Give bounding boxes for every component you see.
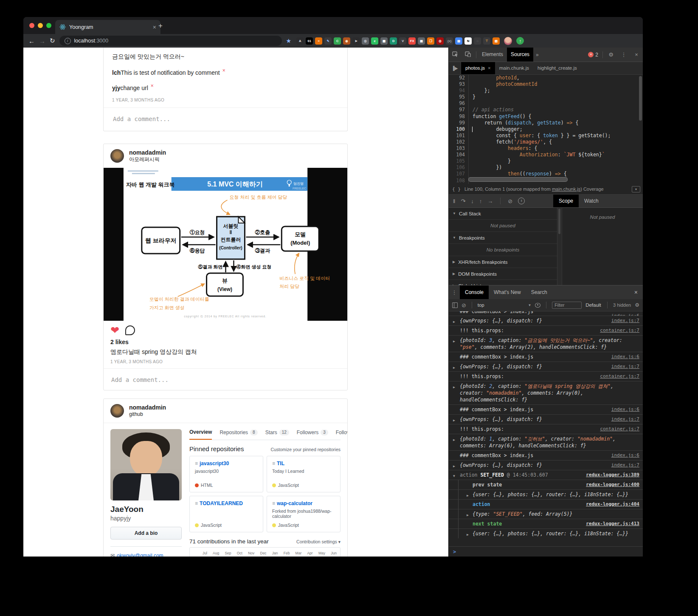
extension-icon[interactable]: ≡ xyxy=(315,37,322,45)
source-link[interactable]: container.js:7 xyxy=(600,327,639,334)
tab-close-icon[interactable]: × xyxy=(153,24,156,31)
line-number[interactable]: 101 xyxy=(449,133,469,139)
console-row[interactable]: !!! this.props:container.js:7 xyxy=(449,424,643,434)
new-tab-button[interactable]: + xyxy=(158,22,163,29)
add-comment-input[interactable] xyxy=(110,372,342,387)
extension-icon[interactable]: (x) xyxy=(446,37,453,45)
expand-arrow-icon[interactable]: ▶ xyxy=(453,384,455,391)
add-comment-input[interactable] xyxy=(112,111,341,127)
extension-icon[interactable]: D xyxy=(390,37,397,45)
console-row[interactable]: prev stateredux-logger.js:400 xyxy=(449,480,643,489)
line-number[interactable]: 106 xyxy=(449,164,469,171)
editor-vertical-scrollbar[interactable] xyxy=(639,76,642,121)
expand-arrow-icon[interactable]: ▶ xyxy=(453,417,455,424)
expand-arrow-icon[interactable]: ▶ xyxy=(453,437,455,444)
extension-icon[interactable]: ◎ xyxy=(436,37,444,45)
source-link[interactable]: index.js:6 xyxy=(611,452,639,459)
line-number[interactable]: 102 xyxy=(449,139,469,145)
delete-comment-icon[interactable]: × xyxy=(222,68,225,73)
extension-icon[interactable]: N xyxy=(464,37,472,45)
extension-icon[interactable]: ❐ xyxy=(427,37,434,45)
like-count[interactable]: 2 likes xyxy=(104,336,347,345)
source-link[interactable]: index.js:7 xyxy=(611,363,639,370)
source-link[interactable]: index.js:6 xyxy=(611,406,639,413)
device-toolbar-icon[interactable] xyxy=(462,51,474,58)
line-number[interactable]: 99 xyxy=(449,120,469,126)
extension-icon[interactable]: ✎ xyxy=(324,37,332,45)
code-editor[interactable]: 92 photoId,93 photoCommentId94 };95}9697… xyxy=(449,75,643,184)
devtools-menu-icon[interactable]: ⋮ xyxy=(617,51,630,58)
pause-on-exceptions-icon[interactable]: ‖ xyxy=(518,198,525,204)
extension-icon[interactable]: ➤ xyxy=(352,37,360,45)
line-number[interactable]: 95 xyxy=(449,94,469,100)
post-image-mvc-slide[interactable]: 자바 웹 개발 워크북 5.1 MVC 이해하기 엄진영 FREELEC 웹 브… xyxy=(104,168,347,321)
search-tab[interactable]: Search xyxy=(526,285,552,299)
line-number[interactable]: 100 xyxy=(449,126,469,133)
back-button[interactable]: ← xyxy=(28,37,35,45)
extension-icon[interactable]: ▨ xyxy=(493,37,500,45)
console-row[interactable]: ▶{type: "SET_FEED", feed: Array(5)} xyxy=(449,509,643,519)
console-row[interactable]: ▶{photoId: 2, caption: "엠로다닐때 spring 영상강… xyxy=(449,381,643,404)
line-number[interactable]: 108 xyxy=(449,178,469,184)
profile-avatar[interactable] xyxy=(504,37,512,45)
console-row[interactable]: ▼action SET_FEED @ 14:45:03.607redux-log… xyxy=(449,470,643,480)
line-number[interactable]: 107 xyxy=(449,171,469,177)
console-row[interactable]: ### commentBox > index.jsindex.js:6 xyxy=(449,404,643,414)
console-row[interactable]: ### commentBox > index.jsindex.js:6 xyxy=(449,311,643,316)
console-row[interactable]: ▶{ownProps: {…}, dispatch: f}index.js:7 xyxy=(449,316,643,325)
source-link[interactable]: index.js:7 xyxy=(611,317,639,324)
console-row[interactable]: ▶{ownProps: {…}, dispatch: f}index.js:7 xyxy=(449,362,643,371)
pause-script-icon[interactable]: ‖ xyxy=(453,198,455,204)
file-tab-highlight-create[interactable]: highlight_create.js xyxy=(533,62,581,74)
extension-icon[interactable]: e xyxy=(371,37,378,45)
address-bar[interactable]: i localhost:3000 xyxy=(59,36,282,46)
step-icon[interactable]: → xyxy=(487,198,493,204)
expand-arrow-icon[interactable]: ▶ xyxy=(467,512,469,519)
source-link[interactable]: container.js:7 xyxy=(600,426,639,432)
extension-icon[interactable]: V xyxy=(399,37,406,45)
devtools-close-icon[interactable]: × xyxy=(630,51,643,58)
site-info-icon[interactable]: i xyxy=(65,38,71,44)
post-avatar[interactable] xyxy=(110,404,124,418)
step-out-icon[interactable]: ↑ xyxy=(479,198,482,204)
console-row[interactable]: !!! this.props:container.js:7 xyxy=(449,371,643,381)
post-avatar[interactable] xyxy=(110,149,124,163)
line-number[interactable]: 94 xyxy=(449,88,469,94)
comment-author[interactable]: lch xyxy=(112,69,121,76)
expand-arrow-icon[interactable]: ▶ xyxy=(453,319,455,325)
extension-icon[interactable]: ◌ xyxy=(474,37,481,45)
line-number[interactable]: 92 xyxy=(449,75,469,81)
clear-console-icon[interactable]: ⊘ xyxy=(462,302,466,308)
expand-arrow-icon[interactable]: ▶ xyxy=(453,338,455,345)
execution-context-selector[interactable]: top▼ xyxy=(478,302,532,308)
forward-button[interactable]: → xyxy=(39,37,45,45)
extension-icon[interactable]: 01 xyxy=(306,37,313,45)
expand-arrow-icon[interactable]: ▶ xyxy=(453,463,455,470)
expand-arrow-icon[interactable]: ▶ xyxy=(453,365,455,371)
deactivate-breakpoints-icon[interactable]: ⊘ xyxy=(508,198,512,204)
like-heart-icon[interactable]: ❤ xyxy=(110,325,119,335)
extension-icon[interactable]: C xyxy=(334,37,341,45)
extension-icon[interactable]: ▤ xyxy=(455,37,462,45)
post-username[interactable]: nomadadmin xyxy=(129,149,166,156)
step-over-icon[interactable]: ↷ xyxy=(461,198,465,204)
source-link[interactable]: index.js:7 xyxy=(611,462,639,469)
drawer-menu-icon[interactable]: ⋮ xyxy=(449,289,460,296)
update-chrome-icon[interactable]: ↑ xyxy=(516,37,524,45)
scope-tab[interactable]: Scope xyxy=(553,195,579,207)
console-row[interactable]: ▶{ownProps: {…}, dispatch: f}index.js:7 xyxy=(449,460,643,470)
line-number[interactable]: 93 xyxy=(449,81,469,88)
drawer-close-icon[interactable]: × xyxy=(629,289,643,296)
expand-arrow-icon[interactable]: ▶ xyxy=(467,531,469,538)
close-file-icon[interactable]: × xyxy=(488,65,491,71)
source-link[interactable]: index.js:6 xyxy=(611,353,639,360)
console-row[interactable]: ▶{user: {…}, photos: {…}, router: {…}, i… xyxy=(449,528,643,538)
file-tab-main-chunk[interactable]: main.chunk.js xyxy=(495,62,533,74)
console-row[interactable]: ▶{photoId: 3, caption: "금요일에 맛있는거 먹으러~",… xyxy=(449,335,643,352)
console-sidebar-icon[interactable] xyxy=(452,302,458,308)
inspect-element-icon[interactable] xyxy=(449,51,462,58)
extension-icon[interactable]: ◎ xyxy=(362,37,369,45)
source-link[interactable]: redux-logger.js:389 xyxy=(586,472,639,478)
devtools-settings-icon[interactable]: ⚙ xyxy=(605,51,617,58)
comment-bubble-icon[interactable] xyxy=(125,325,135,335)
